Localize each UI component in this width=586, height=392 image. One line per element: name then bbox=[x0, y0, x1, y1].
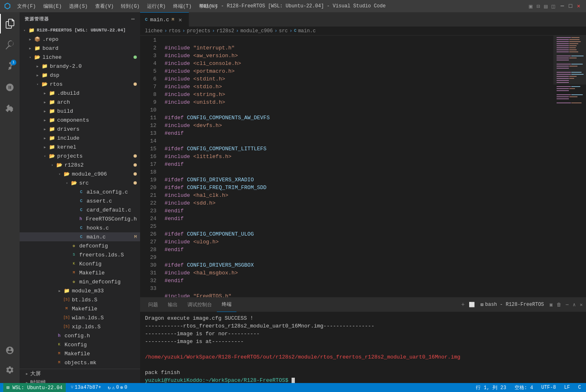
tree-item-makefile3[interactable]: M Makefile bbox=[20, 349, 140, 358]
breadcrumb-main-c[interactable]: main.c bbox=[298, 28, 316, 34]
panel-more-icon[interactable]: ⋯ bbox=[566, 302, 568, 308]
panel-layout-icon[interactable]: ▣ bbox=[550, 302, 553, 308]
menu-edit[interactable]: 编辑(E) bbox=[40, 2, 65, 11]
maximize-button[interactable]: □ bbox=[567, 3, 574, 9]
explorer-icon[interactable] bbox=[0, 14, 20, 33]
tree-item-arch[interactable]: ▶ 📁 arch bbox=[20, 98, 140, 107]
status-sync[interactable]: ↻ ⚠ 0 ⊗ 0 bbox=[106, 385, 129, 391]
sidebar-icon[interactable]: ◫ bbox=[552, 3, 555, 10]
panel-chevron-up[interactable]: ∧ bbox=[573, 302, 576, 308]
breadcrumb-src[interactable]: src bbox=[279, 28, 288, 34]
tree-section-timeline[interactable]: ▶ 时间线 bbox=[20, 378, 140, 383]
tree-item-wlan-lds[interactable]: [S] wlan.lds.S bbox=[20, 313, 140, 322]
tree-section-large-screen[interactable]: ▶ 大屏 bbox=[20, 369, 140, 378]
tree-item-projects[interactable]: ▾ 📂 projects bbox=[20, 151, 140, 160]
tree-item-main-c[interactable]: C main.c M bbox=[20, 232, 140, 241]
tab-main-c[interactable]: C main.c M ✕ bbox=[140, 12, 189, 27]
sidebar-menu-icon[interactable]: ⋯ bbox=[131, 16, 135, 22]
tree-item-freertos-config[interactable]: h FreeRTOSConfig.h bbox=[20, 214, 140, 223]
tree-item-src[interactable]: ▾ 📂 src bbox=[20, 178, 140, 187]
tree-item-dbuild[interactable]: ▶ 📁 .dbuild bbox=[20, 89, 140, 98]
account-activity-icon[interactable] bbox=[0, 341, 20, 360]
status-position[interactable]: 行 1, 列 23 bbox=[474, 384, 508, 391]
source-control-activity-icon[interactable]: 1 bbox=[0, 56, 20, 76]
search-activity-icon[interactable] bbox=[0, 35, 20, 55]
svg-rect-42 bbox=[557, 90, 569, 91]
minimize-button[interactable]: ─ bbox=[559, 3, 566, 9]
tree-item-makefile2[interactable]: M Makefile bbox=[20, 304, 140, 313]
svg-rect-41 bbox=[569, 88, 575, 89]
tree-item-bt-lds[interactable]: [S] bt.lds.S bbox=[20, 295, 140, 304]
tree-item-makefile[interactable]: M Makefile bbox=[20, 268, 140, 277]
tree-item-lichee[interactable]: ▾ 📂 lichee bbox=[20, 53, 140, 62]
menu-select[interactable]: 选择(S) bbox=[66, 2, 91, 11]
tree-item-components[interactable]: ▶ 📁 components bbox=[20, 116, 140, 125]
tree-arrow: ▶ bbox=[42, 127, 48, 131]
tree-item-kconfig[interactable]: K Kconfig bbox=[20, 259, 140, 268]
tree-item-freertos-lds[interactable]: S freertos.lds.S bbox=[20, 250, 140, 259]
panel-tab-problems[interactable]: 问题 bbox=[143, 298, 163, 312]
status-wsl[interactable]: ⊞ WSL: Ubuntu-22.04 bbox=[3, 383, 66, 392]
close-button[interactable]: ✕ bbox=[575, 3, 582, 9]
tree-item-hooks[interactable]: C hooks.c bbox=[20, 223, 140, 232]
panel-tab-debug-console[interactable]: 调试控制台 bbox=[183, 298, 217, 312]
status-eol[interactable]: LF bbox=[562, 385, 571, 390]
tree-item-board[interactable]: ▶ 📁 board bbox=[20, 44, 140, 53]
panel-add-terminal[interactable]: + bbox=[461, 301, 464, 308]
extensions-activity-icon[interactable] bbox=[0, 99, 20, 118]
tree-item-module-c906[interactable]: ▾ 📂 module_c906 bbox=[20, 169, 140, 178]
tree-item-include[interactable]: ▶ 📁 include bbox=[20, 134, 140, 143]
tab-close-button[interactable]: ✕ bbox=[176, 16, 184, 23]
minimap[interactable] bbox=[553, 36, 586, 297]
tree-item-kernel[interactable]: ▶ 📁 kernel bbox=[20, 143, 140, 151]
layout-icon[interactable]: ▣ bbox=[529, 3, 532, 10]
menu-file[interactable]: 文件(F) bbox=[14, 2, 39, 11]
breadcrumb-lichee[interactable]: lichee bbox=[145, 28, 163, 34]
code-content[interactable]: #include "interrupt.h" #include <aw_vers… bbox=[160, 36, 553, 297]
settings-activity-icon[interactable] bbox=[0, 360, 20, 380]
menu-goto[interactable]: 转到(G) bbox=[118, 2, 143, 11]
tree-item-module-m33[interactable]: ▶ 📁 module_m33 bbox=[20, 286, 140, 295]
tree-root[interactable]: ▾ 📁 R128-FREERTOS [WSL: UBUNTU-22.04] bbox=[20, 26, 140, 35]
tree-item-alsa-config[interactable]: C alsa_config.c bbox=[20, 187, 140, 196]
run-activity-icon[interactable] bbox=[0, 78, 20, 97]
tree-item-repo[interactable]: ▶ 📦 .repo bbox=[20, 35, 140, 44]
panel-tab-terminal[interactable]: 终端 bbox=[217, 298, 236, 312]
panel-tab-output[interactable]: 输出 bbox=[163, 298, 183, 312]
tree-label: board bbox=[42, 45, 137, 51]
tree-item-brandy[interactable]: ▶ 📁 brandy-2.0 bbox=[20, 62, 140, 71]
tree-item-dsp[interactable]: ▶ 📁 dsp bbox=[20, 71, 140, 80]
panel-icon[interactable]: ▤ bbox=[544, 3, 547, 10]
status-git[interactable]: ⑂ 13a47b87+ bbox=[69, 385, 103, 390]
breadcrumb-r128s2[interactable]: r128s2 bbox=[216, 28, 234, 34]
tree-item-kconfig2[interactable]: K Kconfig bbox=[20, 340, 140, 349]
status-encoding[interactable]: UTF-8 bbox=[539, 385, 557, 390]
breadcrumb-projects[interactable]: projects bbox=[187, 28, 210, 34]
menu-terminal[interactable]: 终端(T) bbox=[170, 2, 195, 11]
status-spaces[interactable]: 空格: 4 bbox=[513, 384, 535, 391]
tree-item-config-h[interactable]: h config.h bbox=[20, 331, 140, 340]
terminal-content[interactable]: Dragon execute image.cfg SUCCESS ! -----… bbox=[140, 312, 586, 383]
tree-item-assert[interactable]: C assert.c bbox=[20, 196, 140, 205]
menu-run[interactable]: 运行(R) bbox=[144, 2, 169, 11]
menu-view[interactable]: 查看(V) bbox=[92, 2, 117, 11]
tree-item-min-defconfig[interactable]: ⚙ min_defconfig bbox=[20, 277, 140, 286]
tree-label: module_c906 bbox=[72, 171, 132, 177]
tree-item-r128s2[interactable]: ▾ 📂 r128s2 bbox=[20, 160, 140, 169]
tree-item-rtos[interactable]: ▾ 📂 rtos bbox=[20, 80, 140, 89]
breadcrumb-rtos[interactable]: rtos bbox=[169, 28, 180, 34]
tree-item-defconfig[interactable]: ⚙ defconfig bbox=[20, 241, 140, 250]
tree-item-xip-lds[interactable]: [S] xip.lds.S bbox=[20, 322, 140, 331]
status-language[interactable]: C bbox=[577, 385, 583, 390]
tree-item-card-default[interactable]: C card_default.c bbox=[20, 205, 140, 214]
tree-item-objects-mk[interactable]: M objects.mk bbox=[20, 358, 140, 367]
tree-item-build[interactable]: ▶ 📁 build bbox=[20, 107, 140, 116]
panel-split-terminal[interactable]: ⬜ bbox=[469, 302, 475, 308]
code-editor[interactable]: 12345 678910 1112131415 1617181920 21222… bbox=[140, 36, 586, 297]
terminal-cursor bbox=[292, 378, 295, 383]
panel-close-icon[interactable]: ✕ bbox=[580, 302, 583, 308]
split-icon[interactable]: ⊟ bbox=[537, 3, 540, 10]
tree-item-drivers[interactable]: ▶ 📁 drivers bbox=[20, 125, 140, 134]
panel-trash-icon[interactable]: 🗑 bbox=[557, 302, 561, 308]
breadcrumb-module-c906[interactable]: module_c906 bbox=[241, 28, 273, 34]
